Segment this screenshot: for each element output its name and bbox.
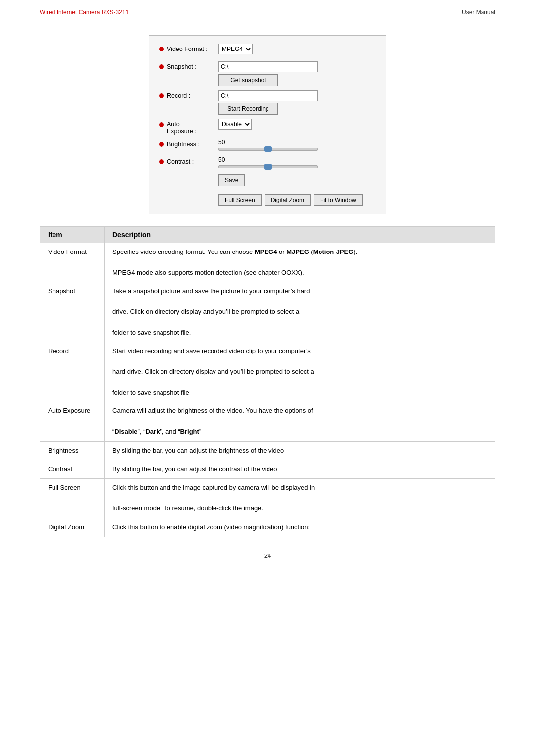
get-snapshot-button[interactable]: Get snapshot (218, 74, 278, 86)
table-item-cell: Brightness (40, 441, 105, 460)
table-item-cell: Full Screen (40, 479, 105, 518)
table-description-cell: By sliding the bar, you can adjust the c… (105, 460, 495, 479)
video-format-label: Video Format : (159, 44, 218, 52)
start-recording-button[interactable]: Start Recording (218, 103, 278, 115)
table-row: SnapshotTake a snapshot picture and save… (40, 282, 495, 342)
table-row: Video FormatSpecifies video encoding for… (40, 243, 495, 282)
table-row: RecordStart video recording and save rec… (40, 342, 495, 402)
bottom-buttons-row: Full Screen Digital Zoom Fit to Window (159, 190, 376, 206)
table-description-cell: Specifies video encoding format. You can… (105, 243, 495, 282)
table-item-cell: Digital Zoom (40, 518, 105, 537)
brightness-row: Brightness : 50 (159, 139, 376, 152)
control-panel-wrapper: Video Format : MPEG4 MJPEG Snapshot : (0, 35, 535, 214)
table-item-cell: Auto Exposure (40, 402, 105, 441)
contrast-thumb[interactable] (264, 164, 272, 170)
table-description-cell: Camera will adjust the brightness of the… (105, 402, 495, 441)
save-button[interactable]: Save (218, 174, 245, 186)
page: Wired Internet Camera RXS-3211 User Manu… (0, 0, 535, 756)
record-content: Start Recording (218, 90, 318, 115)
page-header: Wired Internet Camera RXS-3211 User Manu… (0, 0, 535, 20)
table-row: ContrastBy sliding the bar, you can adju… (40, 460, 495, 479)
record-bullet (159, 93, 164, 98)
col-item: Item (40, 227, 105, 243)
table-row: Digital ZoomClick this button to enable … (40, 518, 495, 537)
auto-exposure-label: AutoExposure : (159, 119, 218, 135)
snapshot-path-input[interactable] (218, 61, 318, 72)
brightness-track (218, 148, 318, 151)
bottom-buttons: Full Screen Digital Zoom Fit to Window (218, 194, 363, 206)
contrast-slider-wrapper: 50 (218, 156, 318, 168)
brightness-label: Brightness : (159, 139, 218, 148)
header-product-name: Wired Internet Camera RXS-3211 (40, 9, 129, 16)
contrast-bullet (159, 159, 164, 164)
record-label: Record : (159, 90, 218, 99)
table-description-cell: Click this button and the image captured… (105, 479, 495, 518)
table-header-row: Item Description (40, 227, 495, 243)
control-panel: Video Format : MPEG4 MJPEG Snapshot : (149, 35, 386, 214)
contrast-track (218, 165, 318, 168)
fit-to-window-button[interactable]: Fit to Window (314, 194, 363, 206)
snapshot-label: Snapshot : (159, 61, 218, 70)
table-row: BrightnessBy sliding the bar, you can ad… (40, 441, 495, 460)
table-description-cell: Take a snapshot picture and save the pic… (105, 282, 495, 342)
brightness-thumb[interactable] (264, 146, 272, 152)
table-description-cell: By sliding the bar, you can adjust the b… (105, 441, 495, 460)
table-description-cell: Start video recording and save recorded … (105, 342, 495, 402)
table-description-cell: Click this button to enable digital zoom… (105, 518, 495, 537)
page-footer: 24 (0, 552, 535, 569)
save-row: Save (159, 174, 376, 186)
video-format-content: MPEG4 MJPEG (218, 44, 253, 54)
header-manual-label: User Manual (462, 9, 495, 16)
snapshot-row: Snapshot : Get snapshot (159, 61, 376, 86)
auto-exposure-select[interactable]: Disable Dark Bright (218, 119, 252, 130)
table-item-cell: Snapshot (40, 282, 105, 342)
table-row: Auto ExposureCamera will adjust the brig… (40, 402, 495, 441)
digital-zoom-button[interactable]: Digital Zoom (265, 194, 311, 206)
contrast-label: Contrast : (159, 156, 218, 165)
page-number: 24 (264, 552, 271, 559)
table-item-cell: Video Format (40, 243, 105, 282)
contrast-value: 50 (218, 156, 318, 163)
contrast-row: Contrast : 50 (159, 156, 376, 170)
auto-exposure-row: AutoExposure : Disable Dark Bright (159, 119, 376, 135)
table-item-cell: Contrast (40, 460, 105, 479)
brightness-slider-wrapper: 50 (218, 139, 318, 151)
col-description: Description (105, 227, 495, 243)
auto-exposure-content: Disable Dark Bright (218, 119, 252, 130)
record-path-input[interactable] (218, 90, 318, 101)
snapshot-content: Get snapshot (218, 61, 318, 86)
table-row: Full ScreenClick this button and the ima… (40, 479, 495, 518)
brightness-value: 50 (218, 139, 318, 146)
auto-exposure-bullet (159, 122, 164, 127)
video-format-bullet (159, 47, 164, 51)
brightness-bullet (159, 142, 164, 147)
record-row: Record : Start Recording (159, 90, 376, 115)
full-screen-button[interactable]: Full Screen (218, 194, 262, 206)
description-table: Item Description Video FormatSpecifies v… (40, 226, 495, 537)
snapshot-bullet (159, 64, 164, 69)
table-item-cell: Record (40, 342, 105, 402)
video-format-row: Video Format : MPEG4 MJPEG (159, 44, 376, 57)
video-format-select[interactable]: MPEG4 MJPEG (218, 44, 253, 54)
